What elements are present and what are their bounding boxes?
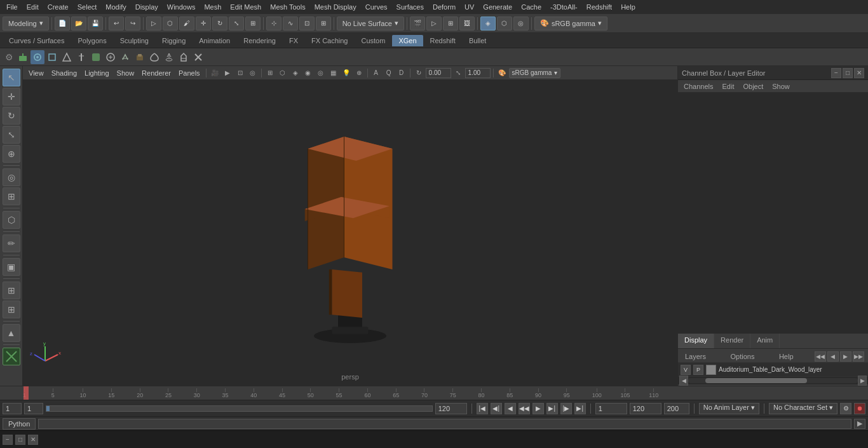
menu-surfaces[interactable]: Surfaces <box>393 2 428 12</box>
xgen-icon-3[interactable] <box>45 50 59 64</box>
range-end-field[interactable] <box>630 403 661 414</box>
xgen-icon-6[interactable] <box>89 50 103 64</box>
xgen-icon-1[interactable] <box>16 50 30 64</box>
xgen-logo[interactable] <box>3 348 20 365</box>
panel-restore-btn[interactable]: □ <box>15 435 25 445</box>
layer-end-btn[interactable]: ▶▶ <box>853 351 864 362</box>
snap-grid-btn[interactable]: ⊹ <box>266 17 281 31</box>
vp-grid-btn[interactable]: ⊞ <box>264 67 276 79</box>
frame-end-field[interactable] <box>435 403 467 414</box>
xgen-icon-12[interactable] <box>177 50 191 64</box>
render-seq-btn[interactable]: ⊞ <box>443 17 458 31</box>
soft-mod-tool[interactable]: ◎ <box>3 168 20 186</box>
layer-prev-btn[interactable]: ◀◀ <box>815 351 826 362</box>
playhead[interactable] <box>24 386 29 400</box>
xgen-icon-5[interactable] <box>74 50 88 64</box>
layers-menu-help[interactable]: Help <box>776 351 797 362</box>
move-tool[interactable]: ✛ <box>3 88 20 105</box>
vp-menu-shading[interactable]: Shading <box>48 68 80 78</box>
layers-menu-layers[interactable]: Layers <box>682 351 709 362</box>
layer-playback-btn[interactable]: P <box>693 365 703 375</box>
menu-cache[interactable]: Cache <box>517 2 545 12</box>
vp-quality-btn[interactable]: Q <box>383 67 395 79</box>
script-input[interactable] <box>38 419 851 429</box>
vp-isolate-btn[interactable]: ◎ <box>247 67 259 79</box>
menu-edit-mesh[interactable]: Edit Mesh <box>226 2 265 12</box>
character-set-dropdown[interactable]: No Character Set ▾ <box>769 403 837 414</box>
xgen-close-icon[interactable] <box>191 50 205 64</box>
tab-anim[interactable]: Anim <box>750 334 780 348</box>
vp-texture-btn[interactable]: ▦ <box>328 67 339 79</box>
vp-shade-wire-btn[interactable]: ◉ <box>302 67 314 79</box>
open-scene-btn[interactable]: 📂 <box>71 17 86 31</box>
snap-curve-btn[interactable]: ∿ <box>283 17 298 31</box>
snap-point-btn[interactable]: ⊡ <box>299 17 315 31</box>
xgen-icon-11[interactable] <box>162 50 176 64</box>
vp-camera-btn[interactable]: 🎥 <box>209 67 220 79</box>
menu-generate[interactable]: Generate <box>479 2 516 12</box>
max-frame-field[interactable] <box>664 403 689 414</box>
layer-color-swatch[interactable] <box>706 365 716 375</box>
scrollbar-thumb[interactable] <box>705 378 807 383</box>
xgen-icon-7[interactable] <box>104 50 118 64</box>
display-xray-btn[interactable]: ◎ <box>513 17 529 31</box>
scale-tool[interactable]: ⤡ <box>3 126 20 144</box>
lasso-tool-btn[interactable]: ⬡ <box>163 17 178 31</box>
menu-help[interactable]: Help <box>617 2 639 12</box>
next-key-btn[interactable]: |▶ <box>560 403 572 414</box>
tab-render[interactable]: Render <box>714 334 750 348</box>
ws-tab-curves-surfaces[interactable]: Curves / Surfaces <box>3 35 71 46</box>
ws-tab-animation[interactable]: Animation <box>193 35 236 46</box>
ws-tab-polygons[interactable]: Polygons <box>71 35 112 46</box>
vp-rotation-field[interactable] <box>426 68 451 78</box>
save-scene-btn[interactable]: 💾 <box>88 17 103 31</box>
rotate-tool-btn[interactable]: ↻ <box>212 17 227 31</box>
panel-close-btn[interactable]: ✕ <box>28 435 38 445</box>
menu-create[interactable]: Create <box>44 2 72 12</box>
settings-gear-icon[interactable]: ⚙ <box>3 48 15 66</box>
vp-menu-panels[interactable]: Panels <box>175 68 203 78</box>
scroll-right-btn[interactable]: ▶ <box>858 376 867 386</box>
menu-mesh[interactable]: Mesh <box>200 2 225 12</box>
menu-3dtool[interactable]: -3DtoAll- <box>546 2 581 12</box>
step-fwd-btn[interactable]: ▶| <box>546 403 558 414</box>
mode-dropdown[interactable]: Modeling ▾ <box>3 17 49 31</box>
layer-fwd-btn[interactable]: ▶ <box>840 351 851 362</box>
play-fwd-btn[interactable]: ▶ <box>532 403 544 414</box>
vp-aa-btn[interactable]: A <box>370 67 382 79</box>
cb-minimize-btn[interactable]: − <box>831 68 841 78</box>
layers-menu-options[interactable]: Options <box>728 351 758 362</box>
anim-layer-dropdown[interactable]: No Anim Layer ▾ <box>699 403 759 414</box>
lasso-sel[interactable]: ⬡ <box>3 211 20 229</box>
xgen-icon-10[interactable] <box>147 50 161 64</box>
snap-view-btn[interactable]: ⊞ <box>316 17 331 31</box>
cb-menu-channels[interactable]: Channels <box>681 81 716 92</box>
last-tool-btn[interactable]: ⊞ <box>245 17 261 31</box>
arrow-up-tool[interactable]: ▲ <box>3 324 20 342</box>
vp-scale-field[interactable] <box>465 68 491 78</box>
xgen-icon-8[interactable] <box>118 50 132 64</box>
menu-file[interactable]: File <box>3 2 22 12</box>
vp-menu-renderer[interactable]: Renderer <box>139 68 174 78</box>
menu-mesh-display[interactable]: Mesh Display <box>311 2 360 12</box>
vp-shaded-btn[interactable]: ◈ <box>290 67 301 79</box>
vp-light-btn[interactable]: 💡 <box>341 67 352 79</box>
auto-key-btn[interactable]: ⏺ <box>854 403 865 414</box>
ws-tab-sculpting[interactable]: Sculpting <box>114 35 155 46</box>
scroll-left-btn[interactable]: ◀ <box>679 376 688 386</box>
cb-close-btn[interactable]: ✕ <box>854 68 864 78</box>
xgen-icon-2[interactable] <box>31 50 44 64</box>
vp-display-btn[interactable]: D <box>396 67 407 79</box>
layer-visible-btn[interactable]: V <box>681 365 691 375</box>
vp-menu-show[interactable]: Show <box>114 68 138 78</box>
play-back-btn[interactable]: ◀◀ <box>519 403 530 414</box>
paint-sel-btn[interactable]: 🖌 <box>179 17 194 31</box>
menu-select[interactable]: Select <box>74 2 101 12</box>
vp-preview-btn[interactable]: ⊡ <box>234 67 246 79</box>
rotate-tool[interactable]: ↻ <box>3 107 20 125</box>
quad-draw[interactable]: ▣ <box>3 258 20 276</box>
cb-maximize-btn[interactable]: □ <box>843 68 853 78</box>
scale-tool-btn[interactable]: ⤡ <box>229 17 244 31</box>
viewport[interactable]: View Shading Lighting Show Renderer Pane… <box>23 66 677 386</box>
timeline-area[interactable]: 1510152025303540455055606570758085909510… <box>0 386 868 400</box>
